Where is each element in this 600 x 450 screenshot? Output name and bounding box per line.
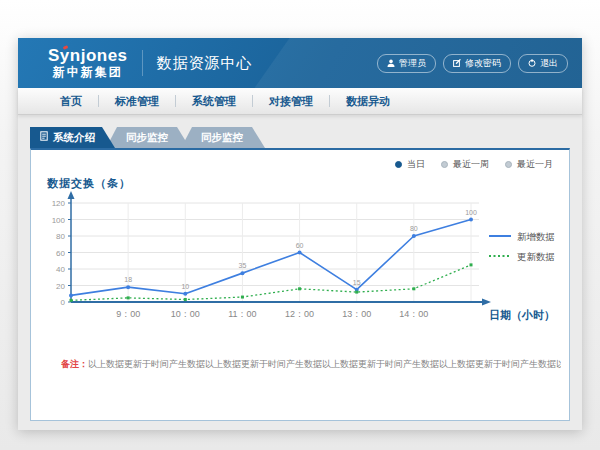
change-password-label: 修改密码	[465, 57, 501, 70]
tab-bar: 系统介绍 同步监控 同步监控	[30, 127, 582, 148]
tab-label: 系统介绍	[53, 127, 95, 148]
logout-label: 退出	[540, 57, 558, 70]
svg-text:11：00: 11：00	[228, 309, 256, 319]
svg-text:10: 10	[181, 283, 189, 290]
power-icon	[528, 59, 536, 67]
data-point	[241, 296, 244, 299]
svg-text:100: 100	[465, 209, 477, 216]
filter-today[interactable]: 当日	[395, 158, 425, 171]
admin-user-label: 管理员	[399, 57, 426, 70]
svg-text:20: 20	[56, 282, 65, 291]
chart-panel: 当日 最近一周 最近一月 数据交换（条） 0204060801001209：00…	[30, 148, 570, 421]
svg-text:40: 40	[56, 265, 65, 274]
company-logo: Synjones 新中新集团	[48, 47, 128, 79]
data-point	[70, 299, 73, 302]
svg-text:60: 60	[56, 249, 65, 258]
logo-text: Synjones	[48, 47, 128, 66]
header-divider	[142, 50, 143, 76]
radio-selected-icon	[395, 161, 402, 168]
tab-label: 同步监控	[201, 127, 243, 148]
time-range-filters: 当日 最近一周 最近一月	[395, 158, 553, 171]
page-card: Synjones 新中新集团 数据资源中心 管理员 修改密码	[18, 38, 582, 430]
logo-company-name: 新中新集团	[48, 66, 128, 79]
data-point	[127, 296, 130, 299]
svg-text:0: 0	[61, 298, 66, 307]
nav-item-home[interactable]: 首页	[44, 94, 98, 109]
exchange-chart: 0204060801001209：0010：0011：0012：0013：001…	[31, 190, 569, 342]
main-nav: 首页 标准管理 系统管理 对接管理 数据异动	[18, 88, 582, 115]
radio-unselected-icon	[441, 161, 448, 168]
nav-item-system-mgmt[interactable]: 系统管理	[176, 94, 252, 109]
chart-x-axis-title: 日期（小时）	[489, 309, 555, 322]
user-actions: 管理员 修改密码 退出	[377, 54, 568, 73]
header: Synjones 新中新集团 数据资源中心 管理员 修改密码	[18, 38, 582, 88]
svg-text:9：00: 9：00	[116, 309, 140, 319]
svg-text:60: 60	[296, 242, 304, 249]
data-point	[412, 287, 415, 290]
data-point	[298, 251, 302, 255]
change-password-button[interactable]: 修改密码	[443, 54, 511, 73]
edit-icon	[453, 59, 461, 67]
svg-text:10：00: 10：00	[171, 309, 200, 319]
legend-label[interactable]: 更新数据	[517, 251, 555, 262]
document-icon	[40, 127, 48, 148]
data-point	[298, 287, 301, 290]
admin-user-button[interactable]: 管理员	[377, 54, 436, 73]
data-point	[69, 293, 73, 297]
tab-label: 同步监控	[126, 127, 168, 148]
svg-text:12：00: 12：00	[285, 309, 314, 319]
data-point	[469, 218, 473, 222]
filter-last-week[interactable]: 最近一周	[441, 158, 489, 171]
svg-text:100: 100	[52, 216, 66, 225]
filter-last-month[interactable]: 最近一月	[505, 158, 553, 171]
svg-text:35: 35	[239, 262, 247, 269]
filter-label: 当日	[407, 158, 425, 171]
svg-text:13：00: 13：00	[342, 309, 371, 319]
radio-unselected-icon	[505, 161, 512, 168]
svg-text:120: 120	[52, 199, 66, 208]
user-icon	[387, 59, 395, 67]
nav-item-interface-mgmt[interactable]: 对接管理	[253, 94, 329, 109]
data-point	[184, 298, 187, 301]
tab-system-intro[interactable]: 系统介绍	[30, 127, 115, 148]
app-title: 数据资源中心	[157, 54, 253, 73]
content-area: 系统介绍 同步监控 同步监控 当日 最近一周	[18, 115, 582, 430]
svg-text:15: 15	[353, 279, 361, 286]
tab-sync-monitor-2[interactable]: 同步监控	[181, 127, 265, 148]
tab-sync-monitor-1[interactable]: 同步监控	[106, 127, 190, 148]
svg-text:80: 80	[56, 232, 65, 241]
svg-text:80: 80	[410, 225, 418, 232]
filter-label: 最近一月	[517, 158, 553, 171]
chart-y-axis-title: 数据交换（条）	[47, 176, 131, 191]
data-point	[412, 234, 416, 238]
data-point	[126, 285, 130, 289]
svg-text:14：00: 14：00	[399, 309, 428, 319]
filter-label: 最近一周	[453, 158, 489, 171]
nav-item-standard-mgmt[interactable]: 标准管理	[99, 94, 175, 109]
legend-label[interactable]: 新增数据	[517, 231, 555, 242]
svg-text:18: 18	[124, 276, 132, 283]
data-point	[470, 263, 473, 266]
data-point	[183, 292, 187, 296]
data-point	[355, 291, 358, 294]
logout-button[interactable]: 退出	[518, 54, 568, 73]
footnote-text: 以上数据更新于时间产生数据以上数据更新于时间产生数据以上数据更新于时间产生数据以…	[88, 359, 561, 369]
nav-item-data-change[interactable]: 数据异动	[330, 94, 406, 109]
data-point	[240, 271, 244, 275]
footnote: 备注：以上数据更新于时间产生数据以上数据更新于时间产生数据以上数据更新于时间产生…	[61, 358, 561, 371]
footnote-prefix: 备注：	[61, 359, 88, 369]
